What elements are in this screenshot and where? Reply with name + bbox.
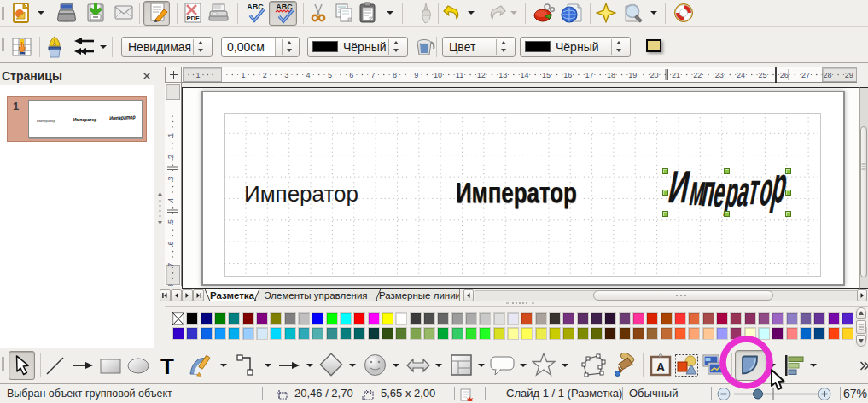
svg-text:Разметка: Разметка bbox=[210, 290, 255, 301]
svg-text:21: 21 bbox=[672, 71, 680, 79]
svg-text:11: 11 bbox=[456, 71, 463, 79]
svg-text:10: 10 bbox=[434, 71, 442, 79]
svg-text:17: 17 bbox=[585, 71, 594, 79]
svg-text:6: 6 bbox=[166, 241, 175, 245]
svg-text:PDF: PDF bbox=[187, 15, 200, 22]
svg-text:18: 18 bbox=[607, 71, 615, 79]
svg-text:2: 2 bbox=[166, 155, 175, 159]
svg-text:9: 9 bbox=[414, 71, 418, 79]
svg-text:20: 20 bbox=[650, 71, 659, 79]
svg-text:12: 12 bbox=[477, 71, 486, 79]
svg-text:22: 22 bbox=[693, 71, 702, 79]
svg-text:8: 8 bbox=[166, 284, 175, 286]
svg-text:27: 27 bbox=[801, 71, 810, 79]
svg-text:16: 16 bbox=[563, 71, 572, 79]
svg-text:1: 1 bbox=[241, 71, 245, 79]
svg-text:4: 4 bbox=[166, 198, 175, 202]
svg-text:1: 1 bbox=[166, 133, 175, 137]
svg-text:19: 19 bbox=[628, 71, 637, 79]
svg-text:23: 23 bbox=[715, 71, 724, 79]
svg-text:24: 24 bbox=[737, 71, 745, 79]
svg-text:28: 28 bbox=[823, 71, 831, 79]
svg-text:8: 8 bbox=[393, 71, 397, 79]
svg-text:ABC: ABC bbox=[247, 3, 264, 11]
svg-text:Размерные линии: Размерные линии bbox=[379, 290, 459, 301]
svg-text:Элементы управления: Элементы управления bbox=[264, 290, 367, 301]
svg-text:13: 13 bbox=[498, 71, 507, 79]
svg-text:15: 15 bbox=[542, 71, 551, 79]
svg-text:14: 14 bbox=[520, 71, 528, 79]
svg-text:25: 25 bbox=[758, 71, 766, 79]
svg-text:29: 29 bbox=[845, 71, 853, 79]
svg-text:1: 1 bbox=[195, 71, 200, 79]
svg-text:A: A bbox=[656, 360, 665, 374]
svg-text:3: 3 bbox=[284, 71, 288, 79]
svg-text:2: 2 bbox=[263, 71, 267, 79]
svg-text:7: 7 bbox=[371, 71, 376, 79]
svg-text:4: 4 bbox=[306, 71, 310, 79]
svg-text:3: 3 bbox=[166, 176, 175, 180]
svg-text:5: 5 bbox=[328, 71, 332, 79]
svg-text:7: 7 bbox=[166, 263, 175, 267]
svg-text:26: 26 bbox=[780, 71, 789, 79]
svg-text:6: 6 bbox=[349, 71, 353, 79]
svg-text:5: 5 bbox=[166, 219, 175, 224]
